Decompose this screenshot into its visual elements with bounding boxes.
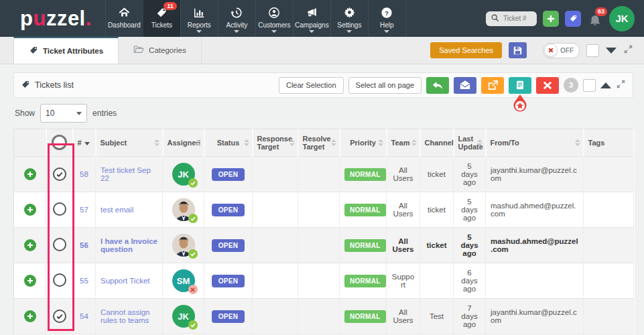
header-priority[interactable]: Priority [340, 129, 387, 157]
notes-button[interactable] [509, 77, 531, 94]
filter-toggle[interactable]: OFF [543, 43, 580, 58]
tab-categories[interactable]: Categories [119, 37, 202, 64]
fullscreen-icon[interactable] [616, 79, 626, 92]
user-avatar[interactable]: JK [609, 6, 635, 31]
nav-activity[interactable]: Activity [218, 0, 255, 37]
nav-label: Tickets [151, 21, 172, 29]
table-row[interactable]: 56 I have a Invoice question OPEN NORMAL… [14, 228, 634, 263]
response-target-cell [253, 263, 298, 299]
assigned-avatar-photo[interactable] [172, 234, 195, 257]
assigned-avatar-photo[interactable] [172, 198, 195, 221]
clear-selection-button[interactable]: Clear Selection [279, 77, 344, 94]
table-row[interactable]: 54 Cannot assign rules to teams JK OPEN … [14, 299, 634, 334]
header-number[interactable]: # [73, 129, 96, 157]
tab-label: Ticket Attributes [43, 47, 103, 55]
ticket-number-link[interactable]: 58 [80, 170, 88, 178]
table-row[interactable]: 58 Test ticket Sep 22 JK OPEN NORMAL All… [14, 157, 634, 192]
header-team[interactable]: Team [387, 129, 420, 157]
ticket-number-link[interactable]: 57 [80, 206, 88, 214]
ticket-number-link[interactable]: 56 [80, 241, 88, 249]
header-resolve-target[interactable]: Resolve Target [298, 129, 340, 157]
nav-reports[interactable]: Reports [180, 0, 218, 37]
assigned-avatar[interactable]: JK [172, 305, 195, 328]
ticket-number-link[interactable]: 54 [80, 312, 88, 320]
nav-tickets[interactable]: 11 Tickets [143, 0, 180, 37]
tabbar-checkbox[interactable] [586, 44, 599, 57]
expand-row-button[interactable] [24, 168, 36, 180]
ticket-subject-link[interactable]: I have a Invoice question [101, 237, 157, 253]
toggle-knob-x-icon [544, 44, 558, 57]
user-initials: JK [615, 13, 628, 24]
select-all-radio[interactable] [52, 135, 67, 150]
toggle-state-label: OFF [560, 47, 574, 54]
chevron-down-icon [76, 112, 82, 115]
ticket-number-link[interactable]: 55 [80, 277, 88, 285]
expand-row-button[interactable] [24, 310, 36, 322]
email-button[interactable] [454, 77, 476, 94]
ticket-subject-link[interactable]: test email [101, 206, 133, 214]
more-actions-count[interactable]: 3 [564, 78, 578, 92]
header-channel[interactable]: Channel [420, 129, 454, 157]
last-update-cell: 7 days ago [454, 299, 486, 334]
channel-cell [420, 263, 454, 299]
puzzel-logo[interactable]: puzzel. [0, 0, 105, 37]
sub-tabbar: Ticket Attributes Categories Saved Searc… [0, 37, 644, 64]
header-tags[interactable]: Tags [584, 129, 634, 157]
expand-row-button[interactable] [24, 239, 36, 251]
table-row[interactable]: 55 Support Ticket SM OPEN NORMAL Support… [14, 263, 634, 299]
collapse-panel-arrow[interactable] [606, 48, 617, 54]
last-update-cell: 5 days ago [454, 228, 486, 263]
ticket-subject-link[interactable]: Test ticket Sep 22 [101, 166, 151, 182]
page-size-select[interactable]: 10 [40, 104, 87, 123]
expand-row-button[interactable] [24, 204, 36, 216]
select-all-button[interactable]: Select all on page [348, 77, 422, 94]
header-response-target[interactable]: Response Target [253, 129, 298, 157]
nav-label: Campaigns [295, 21, 329, 29]
export-button[interactable] [481, 77, 504, 94]
online-check-badge [188, 214, 198, 223]
home-icon [118, 6, 131, 19]
ticket-subject-link[interactable]: Support Ticket [101, 277, 150, 285]
assigned-avatar[interactable]: SM [172, 269, 195, 292]
row-select-radio-checked[interactable] [53, 310, 66, 323]
fullscreen-icon[interactable] [623, 44, 633, 57]
table-row[interactable]: 57 test email OPEN NORMAL All Users tick… [14, 192, 634, 228]
row-select-radio-checked[interactable] [53, 168, 66, 181]
header-from-to[interactable]: From/To [486, 129, 584, 157]
header-assigned[interactable]: Assigned [163, 129, 204, 157]
nav-help[interactable]: ? Help [368, 0, 406, 37]
row-select-radio[interactable] [53, 238, 66, 251]
ticket-subject-link[interactable]: Cannot assign rules to teams [101, 308, 150, 324]
expand-panel-arrow[interactable] [600, 82, 611, 88]
nav-customers[interactable]: Customers [255, 0, 293, 37]
nav-label: Help [380, 21, 394, 29]
nav-campaigns[interactable]: Campaigns [293, 0, 330, 37]
response-target-cell [253, 157, 298, 192]
row-select-radio[interactable] [53, 273, 66, 287]
assigned-avatar[interactable]: JK [172, 163, 195, 186]
panel-checkbox[interactable] [583, 79, 596, 92]
status-badge: OPEN [212, 310, 245, 323]
header-last-update[interactable]: Last Update [454, 129, 486, 157]
search-icon [491, 13, 499, 25]
delete-button[interactable] [536, 77, 559, 94]
nav-dashboard[interactable]: Dashboard [105, 0, 143, 37]
tags-button[interactable] [565, 11, 581, 27]
header-status[interactable]: Status [204, 129, 253, 157]
ticket-search[interactable] [486, 11, 537, 26]
online-check-badge [188, 178, 198, 188]
tickets-table: # Subject Assigned Status Response Targe… [13, 129, 635, 335]
reply-button[interactable] [426, 77, 449, 94]
expand-row-button[interactable] [24, 275, 36, 287]
row-select-radio[interactable] [53, 202, 66, 216]
save-search-button[interactable] [509, 42, 527, 58]
tab-ticket-attributes[interactable]: Ticket Attributes [13, 37, 119, 64]
status-badge: OPEN [212, 204, 245, 216]
header-select-all[interactable] [46, 129, 73, 157]
header-subject[interactable]: Subject [96, 129, 163, 157]
notifications-bell[interactable]: 63 [587, 10, 603, 27]
saved-searches-button[interactable]: Saved Searches [430, 42, 502, 58]
nav-settings[interactable]: Settings [330, 0, 368, 37]
ticket-search-input[interactable] [502, 14, 537, 23]
new-ticket-button[interactable] [543, 11, 559, 27]
